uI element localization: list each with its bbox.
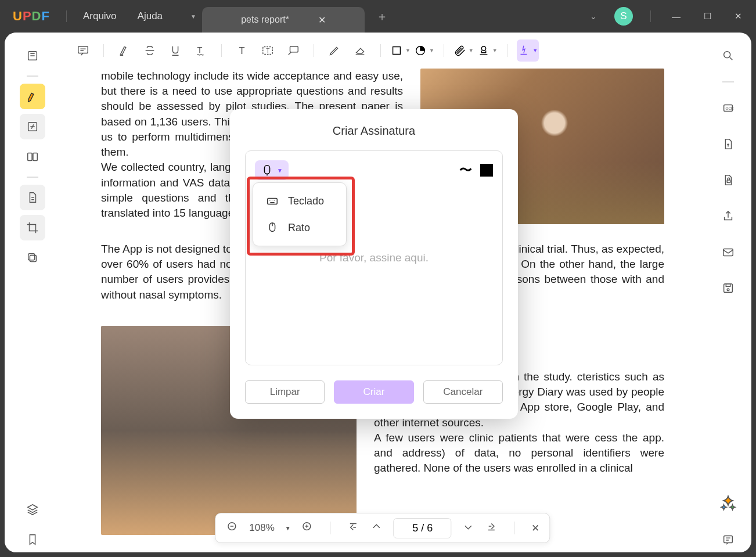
maximize-button[interactable]: ☐	[696, 6, 719, 26]
shape-dropdown[interactable]: ▼	[390, 44, 411, 57]
signature-method-dropdown[interactable]: ▼	[255, 160, 289, 180]
underline-icon[interactable]	[164, 39, 186, 62]
zoom-level[interactable]: 108%	[249, 522, 274, 534]
text-icon[interactable]: T	[231, 39, 253, 62]
svg-rect-27	[268, 198, 278, 204]
callout-icon[interactable]	[282, 39, 304, 62]
svg-rect-21	[723, 249, 733, 256]
right-sidebar: OCR	[705, 33, 751, 552]
divider	[650, 10, 651, 22]
close-nav-button[interactable]: ✕	[531, 522, 539, 534]
protect-icon[interactable]	[715, 167, 741, 193]
stroke-style-icon[interactable]: 〜	[459, 161, 472, 179]
svg-rect-26	[264, 166, 269, 174]
svg-rect-20	[727, 180, 730, 183]
prev-page-button[interactable]	[370, 520, 383, 536]
separator	[27, 76, 38, 77]
search-icon[interactable]	[715, 43, 741, 69]
convert-icon[interactable]	[715, 131, 741, 157]
document-tab[interactable]: pets report* ✕	[202, 7, 365, 33]
svg-rect-5	[28, 254, 35, 260]
page-input[interactable]	[394, 518, 452, 538]
highlighter-icon[interactable]	[113, 39, 135, 62]
left-sidebar	[5, 33, 60, 552]
annotation-toolbar: T T T ▼ ▼ ▼ ▼ ▼	[60, 33, 705, 69]
pencil-icon[interactable]	[323, 39, 345, 62]
color-picker[interactable]	[480, 164, 493, 177]
method-keyboard-option[interactable]: Teclado	[253, 188, 346, 214]
bookmark-tool[interactable]	[20, 527, 45, 552]
clear-button[interactable]: Limpar	[245, 380, 325, 404]
squiggly-icon[interactable]: T	[190, 39, 212, 62]
modal-title: Criar Assinatura	[245, 124, 503, 138]
app-logo: UPDF	[13, 9, 50, 24]
cancel-button[interactable]: Cancelar	[423, 380, 503, 404]
email-icon[interactable]	[715, 239, 741, 265]
zoom-out-button[interactable]	[226, 520, 239, 536]
user-avatar[interactable]: S	[614, 7, 633, 26]
svg-rect-11	[290, 46, 298, 52]
svg-point-24	[727, 289, 729, 291]
option-label: Teclado	[288, 195, 324, 207]
svg-text:T: T	[197, 45, 203, 55]
svg-rect-25	[724, 536, 733, 543]
svg-rect-4	[30, 255, 36, 261]
zoom-in-button[interactable]	[301, 520, 314, 536]
comment-icon[interactable]	[72, 39, 94, 62]
svg-rect-12	[393, 47, 401, 55]
tab-list-dropdown[interactable]: ▼	[185, 5, 202, 28]
svg-text:T: T	[239, 45, 245, 56]
svg-point-14	[481, 46, 485, 51]
ocr-icon[interactable]: OCR	[715, 95, 741, 121]
window-dropdown-icon[interactable]: ⌄	[584, 8, 603, 24]
svg-text:T: T	[266, 48, 269, 54]
svg-point-17	[724, 52, 730, 58]
tab-close-icon[interactable]: ✕	[318, 15, 326, 26]
layers-tool[interactable]	[20, 497, 45, 522]
edit-tool[interactable]	[20, 114, 45, 139]
ai-assistant-icon[interactable]	[715, 491, 741, 516]
create-button[interactable]: Criar	[334, 380, 413, 404]
eraser-icon[interactable]	[349, 39, 371, 62]
stamp-dropdown[interactable]: ▼	[477, 44, 498, 57]
svg-text:OCR: OCR	[725, 106, 734, 110]
signature-dropdown[interactable]: ▼	[517, 39, 539, 62]
crop-tool[interactable]	[20, 215, 45, 240]
separator	[27, 177, 38, 178]
pages-tool[interactable]	[20, 144, 45, 170]
close-button[interactable]: ✕	[726, 6, 750, 26]
svg-rect-6	[78, 46, 88, 53]
strikethrough-icon[interactable]	[139, 39, 161, 62]
notes-icon[interactable]	[715, 527, 741, 552]
method-mouse-option[interactable]: Rato	[253, 214, 346, 241]
next-page-button[interactable]	[462, 520, 475, 536]
divider	[66, 10, 67, 22]
method-dropdown-menu: Teclado Rato	[253, 182, 347, 246]
zoom-dropdown[interactable]: ▼	[285, 525, 291, 531]
sticker-dropdown[interactable]: ▼	[414, 44, 434, 57]
tab-add-button[interactable]: ＋	[376, 9, 388, 24]
textbox-icon[interactable]: T	[257, 39, 279, 62]
menu-help[interactable]: Ajuda	[127, 6, 173, 27]
save-icon[interactable]	[715, 275, 741, 301]
svg-rect-23	[726, 284, 730, 287]
create-signature-modal: Criar Assinatura ▼ 〜 Teclado Rato Por fa…	[230, 109, 518, 419]
titlebar: UPDF Arquivo Ajuda ▼ pets report* ✕ ＋ ⌄ …	[0, 0, 756, 33]
signature-canvas-area[interactable]: ▼ 〜 Teclado Rato Por favor, assine aqui.	[245, 150, 503, 365]
page-navigation: 108% ▼ ✕	[215, 513, 550, 543]
form-tool[interactable]	[20, 185, 45, 210]
last-page-button[interactable]	[485, 520, 498, 536]
svg-rect-3	[33, 153, 37, 161]
menu-file[interactable]: Arquivo	[73, 6, 127, 27]
copy-tool[interactable]	[20, 245, 45, 271]
highlight-tool[interactable]	[20, 84, 45, 109]
svg-rect-2	[28, 153, 32, 161]
attachment-dropdown[interactable]: ▼	[453, 44, 474, 57]
reader-tool[interactable]	[20, 43, 45, 69]
first-page-button[interactable]	[347, 520, 360, 536]
share-icon[interactable]	[715, 203, 741, 229]
tab-title: pets report*	[241, 15, 289, 25]
signature-placeholder: Por favor, assine aqui.	[319, 251, 429, 264]
minimize-button[interactable]: —	[664, 7, 689, 26]
separator	[722, 81, 734, 82]
